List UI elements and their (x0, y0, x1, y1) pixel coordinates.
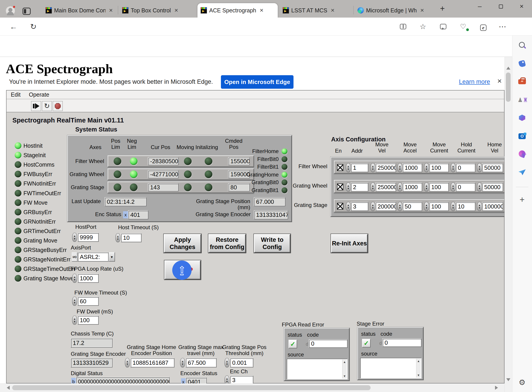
minimize-button[interactable]: – (475, 2, 485, 12)
code-radix[interactable]: d (305, 341, 309, 347)
home-vel-field[interactable]: 50000 (482, 183, 503, 191)
fw-move-timeout-field[interactable]: 60 (78, 297, 99, 306)
move-accel-field[interactable]: 1000 (402, 163, 422, 172)
reinit-axes-button[interactable]: Re-Init Axes (331, 234, 368, 253)
gs-pos-threshold-spinner[interactable]: ▲▼ (224, 358, 229, 368)
tab-close-icon[interactable]: × (108, 7, 114, 13)
home-vel-spinner[interactable]: ▲▼ (477, 202, 482, 211)
home-vel-spinner[interactable]: ▲▼ (477, 183, 482, 191)
addr-spinner[interactable]: ▲▼ (346, 202, 351, 211)
axis-port-dropdown[interactable]: ▼ (109, 252, 115, 262)
move-vel-field[interactable]: 250000 (375, 183, 396, 191)
move-current-field[interactable]: 100 (429, 202, 449, 211)
host-timeout-spinner[interactable]: ▲▼ (115, 233, 120, 242)
tab-close-icon[interactable]: × (419, 7, 425, 13)
menu-edit[interactable]: Edit (11, 91, 20, 98)
microsoft-365-icon[interactable] (518, 113, 527, 122)
fpga-loop-rate-field[interactable]: 1000 (78, 274, 99, 283)
en-checkbox[interactable] (337, 183, 343, 190)
run-continuous-button[interactable]: ↻ (42, 101, 52, 111)
move-vel-field[interactable]: 250000 (375, 163, 396, 172)
stage-status-check[interactable]: ✓ (362, 339, 370, 347)
workspaces-icon[interactable] (23, 8, 31, 15)
fw-dwell-spinner[interactable]: ▲▼ (72, 316, 77, 325)
hold-current-field[interactable]: 0 (456, 183, 475, 191)
move-accel-field[interactable]: 50 (402, 202, 422, 211)
tab-top-box-control[interactable]: Top Box Control × (119, 3, 196, 18)
move-accel-spinner[interactable]: ▲▼ (397, 163, 402, 172)
hold-current-field[interactable]: 10 (456, 202, 475, 211)
tab-close-icon[interactable]: × (258, 7, 265, 13)
gs-pos-threshold-field[interactable]: 0.001 (230, 358, 253, 368)
host-port-spinner[interactable]: ▲▼ (72, 233, 77, 242)
hold-current-field[interactable]: 0 (456, 163, 475, 172)
maximize-button[interactable] (496, 2, 506, 12)
gs-max-travel-spinner[interactable]: ▲▼ (180, 358, 185, 368)
gs-home-enc-spinner[interactable]: ▲▼ (125, 358, 130, 368)
move-accel-field[interactable]: 1000 (402, 183, 422, 191)
horizontal-scroll-thumb[interactable] (12, 385, 370, 390)
outlook-icon[interactable]: O (518, 132, 527, 141)
restore-from-config-button[interactable]: Restore from Config (208, 234, 246, 253)
profile-avatar[interactable] (6, 6, 15, 15)
addr-field[interactable]: 1 (351, 163, 368, 172)
image-creator-icon[interactable] (518, 149, 527, 159)
apply-changes-button[interactable]: Apply Changes (164, 234, 201, 253)
addr-field[interactable]: 2 (351, 183, 368, 191)
fpga-loop-rate-spinner[interactable]: ▲▼ (72, 274, 77, 283)
addr-field[interactable]: 3 (351, 202, 368, 211)
vertical-scrollbar[interactable] (504, 57, 512, 392)
learn-more-link[interactable]: Learn more (459, 78, 490, 85)
run-button[interactable] (31, 101, 41, 111)
add-sidebar-item-icon[interactable]: + (518, 195, 527, 204)
stage-source-box[interactable]: ▲▼ (360, 358, 422, 378)
addr-spinner[interactable]: ▲▼ (346, 183, 351, 191)
en-checkbox[interactable] (337, 203, 343, 210)
home-vel-spinner[interactable]: ▲▼ (477, 163, 482, 172)
ie-mode-icon[interactable]: e (478, 22, 488, 32)
tab-ace-spectrograph[interactable]: ACE Spectrograph × (197, 3, 278, 18)
code-radix[interactable]: d (379, 340, 382, 346)
source-scrollbar[interactable]: ▲▼ (342, 359, 347, 378)
fpga-source-box[interactable]: ▲▼ (287, 359, 348, 379)
en-checkbox[interactable] (337, 164, 343, 171)
enc-status-radix[interactable]: x (123, 211, 128, 218)
search-icon[interactable] (518, 41, 527, 50)
move-current-spinner[interactable]: ▲▼ (424, 163, 429, 172)
abort-button[interactable] (53, 101, 63, 111)
host-port-field[interactable]: 9999 (78, 233, 99, 242)
addr-spinner[interactable]: ▲▼ (346, 163, 351, 172)
vertical-scroll-thumb[interactable] (506, 73, 511, 102)
stage-code-field[interactable]: 0 (382, 338, 422, 347)
source-scrollbar[interactable]: ▲▼ (416, 359, 421, 378)
shopping-icon[interactable] (518, 60, 527, 68)
scroll-left-icon[interactable] (7, 386, 10, 390)
fpga-status-check[interactable]: ✓ (289, 340, 297, 348)
enc-ch-field[interactable]: 3 (230, 376, 253, 385)
split-screen-icon[interactable] (398, 22, 408, 32)
open-in-edge-button[interactable]: Open in Microsoft Edge (221, 75, 294, 89)
move-vel-spinner[interactable]: ▲▼ (370, 183, 375, 191)
browser-essentials-icon[interactable]: ♡ (458, 22, 468, 32)
drop-icon[interactable] (518, 168, 527, 177)
tab-close-icon[interactable]: × (173, 7, 180, 13)
scroll-up-icon[interactable] (506, 67, 510, 70)
tab-close-icon[interactable]: × (330, 7, 336, 13)
hold-current-spinner[interactable]: ▲▼ (451, 202, 456, 211)
fpga-code-field[interactable]: 0 (309, 339, 348, 348)
tab-lsst-at-mcs[interactable]: LSST AT MCS × (280, 3, 352, 18)
fw-dwell-field[interactable]: 100 (78, 316, 99, 325)
settings-gear-icon[interactable]: ⚙ (518, 378, 527, 387)
menu-operate[interactable]: Operate (29, 91, 49, 98)
scroll-right-icon[interactable] (495, 386, 498, 390)
host-timeout-field[interactable]: 10 (121, 233, 142, 242)
tab-main-box-dome[interactable]: Main Box Dome Con × (42, 3, 117, 18)
favorites-icon[interactable]: ☆ (418, 22, 428, 32)
banner-close-icon[interactable]: × (497, 77, 502, 85)
move-current-field[interactable]: 100 (429, 163, 449, 172)
move-current-spinner[interactable]: ▲▼ (424, 183, 429, 191)
collections-icon[interactable] (438, 22, 448, 32)
refresh-icon[interactable]: ↻ (28, 22, 38, 32)
close-window-button[interactable]: × (517, 2, 527, 12)
move-accel-spinner[interactable]: ▲▼ (397, 202, 402, 211)
